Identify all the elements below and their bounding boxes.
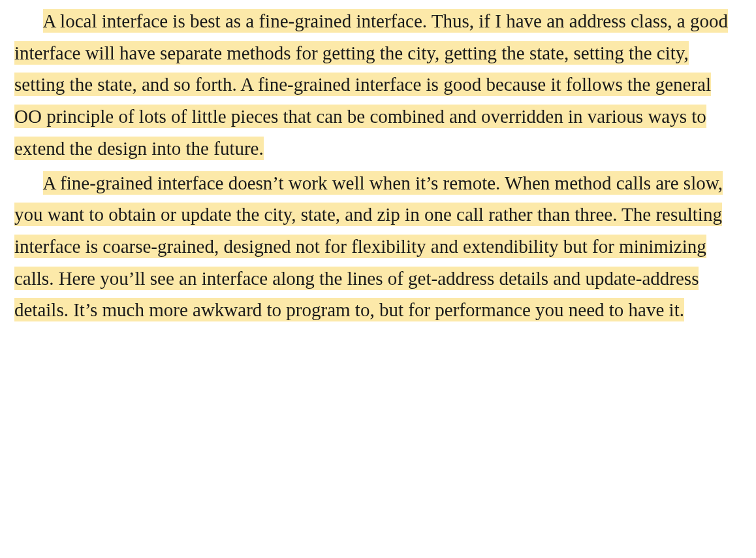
paragraph-2: A fine-grained interface doesn’t work we… bbox=[14, 167, 742, 327]
paragraph-1: A local interface is best as a fine-grai… bbox=[14, 5, 742, 165]
highlighted-text: A local interface is best as a fine-grai… bbox=[14, 9, 728, 160]
highlighted-text: A fine-grained interface doesn’t work we… bbox=[14, 171, 723, 322]
